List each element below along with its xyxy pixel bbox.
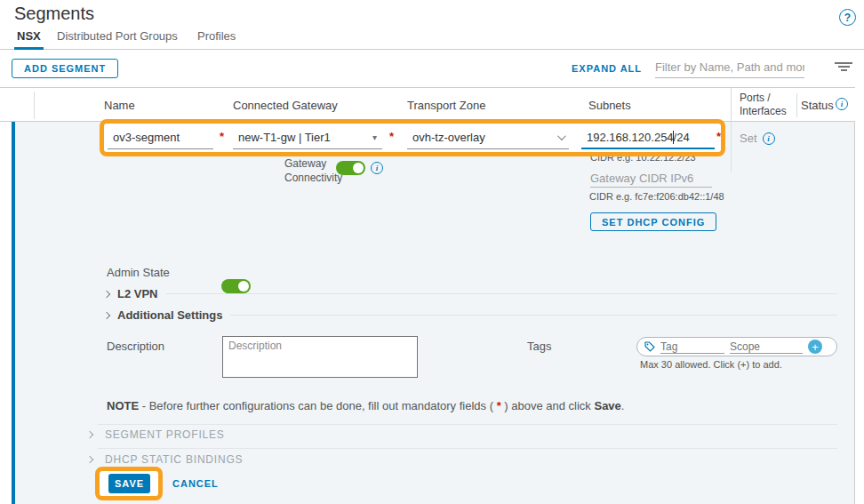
description-textarea[interactable] bbox=[222, 336, 418, 378]
dhcp-static-bindings-expander[interactable]: DHCP STATIC BINDINGS bbox=[87, 453, 243, 466]
required-asterisk: * bbox=[220, 130, 224, 143]
expand-all-link[interactable]: EXPAND ALL bbox=[572, 63, 642, 74]
save-button[interactable]: SAVE bbox=[108, 474, 150, 493]
set-dhcp-config-button[interactable]: SET DHCP CONFIG bbox=[590, 212, 716, 231]
page-title: Segments bbox=[14, 4, 94, 24]
transport-zone-select[interactable]: ovh-tz-overlay bbox=[407, 126, 569, 149]
filter-input[interactable] bbox=[655, 57, 804, 78]
gateway-connectivity-label: Gateway Connectivity bbox=[284, 157, 357, 185]
additional-settings-label: Additional Settings bbox=[117, 308, 222, 322]
tags-label: Tags bbox=[527, 340, 551, 353]
row-selection-indicator bbox=[12, 122, 15, 504]
column-header-subnets: Subnets bbox=[588, 99, 631, 112]
tag-icon bbox=[644, 341, 655, 352]
chevron-right-icon bbox=[103, 311, 110, 318]
filter-icon[interactable] bbox=[834, 62, 853, 75]
column-header-connected-gateway: Connected Gateway bbox=[233, 99, 338, 112]
chevron-down-icon: ▾ bbox=[372, 132, 377, 142]
subnets-input[interactable] bbox=[581, 126, 715, 149]
scope-input[interactable] bbox=[730, 340, 803, 354]
segment-profiles-expander[interactable]: SEGMENT PROFILES bbox=[87, 428, 225, 441]
required-asterisk: * bbox=[716, 130, 721, 143]
required-asterisk: * bbox=[389, 130, 394, 143]
cidr-ipv6-hint: CIDR e.g. fc7e:f206:db42::1/48 bbox=[589, 191, 724, 202]
ports-interfaces-cell: Set i bbox=[740, 132, 775, 145]
note-text: NOTE - Before further configurations can… bbox=[107, 399, 624, 412]
column-header-ports-interfaces: Ports / Interfaces bbox=[740, 92, 796, 118]
gateway-cidr-ipv6-input[interactable] bbox=[590, 169, 712, 188]
gateway-connectivity-info-icon[interactable]: i bbox=[371, 162, 383, 174]
tags-hint: Max 30 allowed. Click (+) to add. bbox=[640, 359, 782, 370]
l2vpn-label: L2 VPN bbox=[117, 287, 158, 300]
additional-settings-expander[interactable]: Additional Settings bbox=[104, 308, 837, 322]
tag-input[interactable] bbox=[660, 340, 724, 354]
chevron-right-icon bbox=[103, 290, 110, 297]
description-label: Description bbox=[107, 340, 164, 353]
column-header-name: Name bbox=[104, 99, 135, 112]
tab-nsx[interactable]: NSX bbox=[14, 29, 44, 50]
connected-gateway-value: new-T1-gw | Tier1 bbox=[238, 131, 331, 144]
help-icon[interactable]: ? bbox=[839, 9, 856, 26]
l2vpn-expander[interactable]: L2 VPN bbox=[104, 287, 837, 300]
connected-gateway-select[interactable]: new-T1-gw | Tier1 ▾ bbox=[233, 126, 382, 149]
table-header: Name Connected Gateway Transport Zone Su… bbox=[0, 87, 855, 122]
cancel-button[interactable]: CANCEL bbox=[172, 478, 219, 489]
chevron-right-icon bbox=[86, 456, 93, 463]
transport-zone-value: ovh-tz-overlay bbox=[412, 131, 485, 144]
text-cursor bbox=[673, 131, 674, 144]
chevron-right-icon bbox=[86, 431, 93, 438]
status-info-icon[interactable]: i bbox=[836, 98, 848, 110]
add-segment-button[interactable]: ADD SEGMENT bbox=[12, 59, 118, 78]
dhcp-static-bindings-label: DHCP STATIC BINDINGS bbox=[105, 453, 243, 466]
column-header-transport-zone: Transport Zone bbox=[407, 99, 485, 112]
segment-name-input[interactable] bbox=[108, 126, 213, 149]
set-link: Set bbox=[740, 132, 757, 145]
admin-state-label: Admin State bbox=[107, 266, 170, 279]
tab-distributed-port-groups[interactable]: Distributed Port Groups bbox=[57, 29, 178, 50]
chevron-down-icon bbox=[557, 132, 566, 140]
add-tag-button[interactable]: + bbox=[808, 340, 822, 354]
segments-page: Segments ? NSX Distributed Port Groups P… bbox=[0, 0, 864, 504]
tag-input-group: + bbox=[636, 337, 837, 356]
ports-info-icon[interactable]: i bbox=[763, 132, 775, 145]
column-header-status: Status bbox=[801, 99, 834, 112]
segment-profiles-label: SEGMENT PROFILES bbox=[105, 428, 225, 441]
tab-bar: NSX Distributed Port Groups Profiles bbox=[0, 29, 864, 50]
tab-profiles[interactable]: Profiles bbox=[197, 29, 236, 50]
